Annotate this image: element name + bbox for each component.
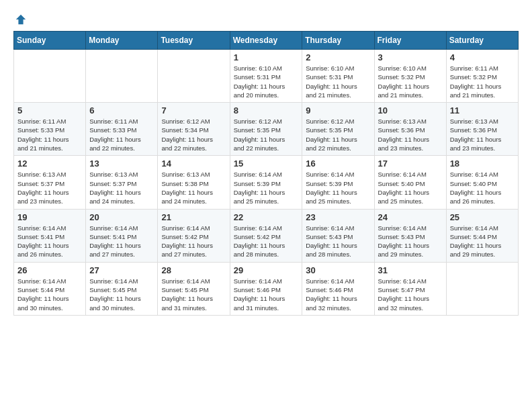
day-number: 29	[234, 265, 299, 275]
day-number: 3	[378, 52, 443, 62]
calendar-cell: 25Sunrise: 6:14 AM Sunset: 5:44 PM Dayli…	[446, 209, 518, 262]
calendar-cell: 14Sunrise: 6:13 AM Sunset: 5:38 PM Dayli…	[158, 156, 230, 209]
day-info: Sunrise: 6:14 AM Sunset: 5:42 PM Dayligh…	[161, 224, 226, 259]
logo-icon	[15, 13, 27, 26]
page-header	[13, 13, 519, 24]
calendar-week-5: 26Sunrise: 6:14 AM Sunset: 5:44 PM Dayli…	[14, 262, 519, 315]
day-info: Sunrise: 6:14 AM Sunset: 5:41 PM Dayligh…	[89, 224, 154, 259]
day-number: 7	[161, 105, 226, 116]
calendar-cell: 9Sunrise: 6:12 AM Sunset: 5:35 PM Daylig…	[302, 103, 374, 156]
day-number: 26	[17, 265, 82, 275]
day-number: 24	[378, 212, 443, 222]
day-info: Sunrise: 6:10 AM Sunset: 5:31 PM Dayligh…	[306, 64, 370, 99]
day-number: 23	[306, 212, 370, 222]
calendar-cell	[158, 50, 230, 103]
day-number: 13	[89, 158, 154, 169]
calendar-cell: 24Sunrise: 6:14 AM Sunset: 5:43 PM Dayli…	[374, 209, 446, 262]
day-number: 5	[17, 105, 82, 116]
day-info: Sunrise: 6:12 AM Sunset: 5:34 PM Dayligh…	[161, 117, 226, 152]
calendar-cell: 28Sunrise: 6:14 AM Sunset: 5:45 PM Dayli…	[158, 262, 230, 315]
weekday-header-sunday: Sunday	[14, 32, 86, 50]
weekday-header-friday: Friday	[374, 32, 446, 50]
day-number: 25	[450, 212, 515, 222]
calendar-cell: 6Sunrise: 6:11 AM Sunset: 5:33 PM Daylig…	[86, 103, 158, 156]
day-info: Sunrise: 6:14 AM Sunset: 5:44 PM Dayligh…	[17, 277, 82, 312]
calendar-cell: 19Sunrise: 6:14 AM Sunset: 5:41 PM Dayli…	[14, 209, 86, 262]
calendar-cell: 10Sunrise: 6:13 AM Sunset: 5:36 PM Dayli…	[374, 103, 446, 156]
day-info: Sunrise: 6:13 AM Sunset: 5:36 PM Dayligh…	[450, 117, 515, 152]
calendar-cell: 21Sunrise: 6:14 AM Sunset: 5:42 PM Dayli…	[158, 209, 230, 262]
calendar-cell: 20Sunrise: 6:14 AM Sunset: 5:41 PM Dayli…	[86, 209, 158, 262]
day-info: Sunrise: 6:13 AM Sunset: 5:38 PM Dayligh…	[161, 170, 226, 205]
day-info: Sunrise: 6:11 AM Sunset: 5:33 PM Dayligh…	[89, 117, 154, 152]
day-number: 28	[161, 265, 226, 275]
day-info: Sunrise: 6:13 AM Sunset: 5:37 PM Dayligh…	[89, 170, 154, 205]
weekday-header-tuesday: Tuesday	[158, 32, 230, 50]
day-info: Sunrise: 6:14 AM Sunset: 5:43 PM Dayligh…	[378, 224, 443, 259]
day-info: Sunrise: 6:14 AM Sunset: 5:40 PM Dayligh…	[378, 170, 443, 205]
weekday-header-thursday: Thursday	[302, 32, 374, 50]
day-number: 11	[450, 105, 515, 116]
day-number: 12	[17, 158, 82, 169]
day-info: Sunrise: 6:14 AM Sunset: 5:45 PM Dayligh…	[161, 277, 226, 312]
calendar-cell: 15Sunrise: 6:14 AM Sunset: 5:39 PM Dayli…	[230, 156, 302, 209]
calendar-cell: 27Sunrise: 6:14 AM Sunset: 5:45 PM Dayli…	[86, 262, 158, 315]
day-number: 19	[17, 212, 82, 222]
day-number: 10	[378, 105, 443, 116]
day-number: 6	[89, 105, 154, 116]
day-info: Sunrise: 6:14 AM Sunset: 5:46 PM Dayligh…	[234, 277, 299, 312]
calendar-week-2: 5Sunrise: 6:11 AM Sunset: 5:33 PM Daylig…	[14, 103, 519, 156]
day-info: Sunrise: 6:14 AM Sunset: 5:39 PM Dayligh…	[234, 170, 299, 205]
day-number: 16	[306, 158, 370, 169]
day-info: Sunrise: 6:14 AM Sunset: 5:43 PM Dayligh…	[306, 224, 370, 259]
day-info: Sunrise: 6:12 AM Sunset: 5:35 PM Dayligh…	[234, 117, 299, 152]
day-number: 31	[378, 265, 443, 275]
calendar-cell: 12Sunrise: 6:13 AM Sunset: 5:37 PM Dayli…	[14, 156, 86, 209]
day-info: Sunrise: 6:14 AM Sunset: 5:39 PM Dayligh…	[306, 170, 370, 205]
day-number: 17	[378, 158, 443, 169]
calendar-header-row: SundayMondayTuesdayWednesdayThursdayFrid…	[14, 32, 519, 50]
day-info: Sunrise: 6:14 AM Sunset: 5:40 PM Dayligh…	[450, 170, 515, 205]
calendar-cell: 22Sunrise: 6:14 AM Sunset: 5:42 PM Dayli…	[230, 209, 302, 262]
day-info: Sunrise: 6:14 AM Sunset: 5:46 PM Dayligh…	[306, 277, 370, 312]
day-number: 15	[234, 158, 299, 169]
day-info: Sunrise: 6:12 AM Sunset: 5:35 PM Dayligh…	[306, 117, 370, 152]
calendar-cell: 13Sunrise: 6:13 AM Sunset: 5:37 PM Dayli…	[86, 156, 158, 209]
calendar-cell: 11Sunrise: 6:13 AM Sunset: 5:36 PM Dayli…	[446, 103, 518, 156]
day-number: 4	[450, 52, 515, 62]
day-number: 27	[89, 265, 154, 275]
day-number: 2	[306, 52, 370, 62]
calendar-cell: 17Sunrise: 6:14 AM Sunset: 5:40 PM Dayli…	[374, 156, 446, 209]
day-info: Sunrise: 6:10 AM Sunset: 5:32 PM Dayligh…	[378, 64, 443, 99]
day-info: Sunrise: 6:14 AM Sunset: 5:47 PM Dayligh…	[378, 277, 443, 312]
day-info: Sunrise: 6:14 AM Sunset: 5:41 PM Dayligh…	[17, 224, 82, 259]
calendar-cell: 31Sunrise: 6:14 AM Sunset: 5:47 PM Dayli…	[374, 262, 446, 315]
day-number: 8	[234, 105, 299, 116]
calendar-week-3: 12Sunrise: 6:13 AM Sunset: 5:37 PM Dayli…	[14, 156, 519, 209]
day-number: 9	[306, 105, 370, 116]
calendar-cell: 4Sunrise: 6:11 AM Sunset: 5:32 PM Daylig…	[446, 50, 518, 103]
day-info: Sunrise: 6:10 AM Sunset: 5:31 PM Dayligh…	[234, 64, 299, 99]
day-number: 30	[306, 265, 370, 275]
calendar-cell: 3Sunrise: 6:10 AM Sunset: 5:32 PM Daylig…	[374, 50, 446, 103]
day-info: Sunrise: 6:14 AM Sunset: 5:42 PM Dayligh…	[234, 224, 299, 259]
calendar-cell: 23Sunrise: 6:14 AM Sunset: 5:43 PM Dayli…	[302, 209, 374, 262]
calendar-cell: 8Sunrise: 6:12 AM Sunset: 5:35 PM Daylig…	[230, 103, 302, 156]
day-number: 14	[161, 158, 226, 169]
day-info: Sunrise: 6:14 AM Sunset: 5:45 PM Dayligh…	[89, 277, 154, 312]
calendar-cell: 1Sunrise: 6:10 AM Sunset: 5:31 PM Daylig…	[230, 50, 302, 103]
day-number: 22	[234, 212, 299, 222]
calendar-cell: 26Sunrise: 6:14 AM Sunset: 5:44 PM Dayli…	[14, 262, 86, 315]
weekday-header-wednesday: Wednesday	[230, 32, 302, 50]
weekday-header-monday: Monday	[86, 32, 158, 50]
day-info: Sunrise: 6:13 AM Sunset: 5:37 PM Dayligh…	[17, 170, 82, 205]
svg-marker-0	[16, 15, 26, 24]
calendar-table: SundayMondayTuesdayWednesdayThursdayFrid…	[13, 31, 519, 316]
calendar-cell: 30Sunrise: 6:14 AM Sunset: 5:46 PM Dayli…	[302, 262, 374, 315]
logo	[13, 13, 27, 24]
calendar-cell: 2Sunrise: 6:10 AM Sunset: 5:31 PM Daylig…	[302, 50, 374, 103]
calendar-cell: 29Sunrise: 6:14 AM Sunset: 5:46 PM Dayli…	[230, 262, 302, 315]
calendar-cell	[446, 262, 518, 315]
day-number: 18	[450, 158, 515, 169]
day-number: 20	[89, 212, 154, 222]
